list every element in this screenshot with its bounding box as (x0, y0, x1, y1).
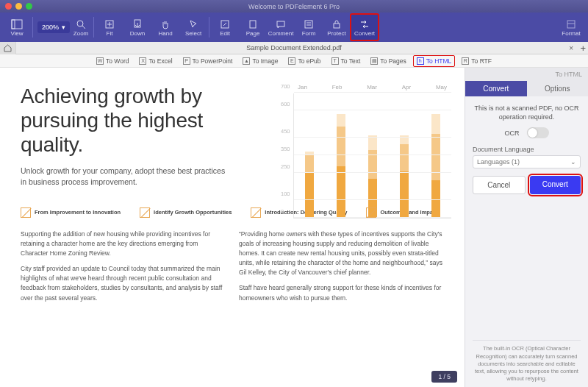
chart: JanFebMarAprMay 0100250350450600700 (293, 84, 451, 224)
convert-button[interactable]: Convert (351, 14, 379, 40)
protect-label: Protect (327, 30, 345, 37)
pane-title: To HTML (465, 68, 588, 81)
col1-p2: City staff provided an update to Council… (21, 264, 226, 303)
svg-point-2 (77, 21, 83, 26)
zoom-button[interactable]: Zoom (70, 14, 92, 40)
month-label: Mar (367, 84, 377, 90)
form-button[interactable]: Form (295, 14, 323, 40)
ocr-label: OCR (505, 129, 520, 137)
convert-subbar: WTo Word XTo Excel PTo PowerPoint ▲To Im… (0, 54, 588, 68)
feature-icon (366, 207, 376, 218)
chevron-down-icon: ⌄ (570, 158, 576, 166)
month-label: May (436, 84, 447, 90)
month-label: Feb (332, 84, 343, 90)
comment-button[interactable]: Comment (267, 14, 295, 40)
side-pane: To HTML Convert Options This is not a sc… (465, 68, 588, 387)
y-tick: 100 (281, 190, 290, 196)
maximize-window-button[interactable] (26, 3, 32, 10)
select-button[interactable]: Select (179, 14, 207, 40)
feature-item: From Improvement to Innovation (21, 207, 121, 218)
down-button[interactable]: Down (123, 14, 151, 40)
y-tick: 450 (281, 127, 290, 134)
view-button[interactable]: View (3, 14, 31, 40)
cancel-button[interactable]: Cancel (473, 176, 526, 194)
home-tab[interactable] (0, 42, 16, 54)
doc-subtitle: Unlock growth for your company, adopt th… (21, 166, 230, 188)
to-html-button[interactable]: hTo HTML (413, 55, 455, 67)
divider (93, 17, 94, 38)
tab-name[interactable]: Sample Document Extended.pdf (246, 44, 342, 52)
text-icon: T (331, 57, 339, 65)
hand-label: Hand (158, 30, 172, 37)
protect-button[interactable]: Protect (323, 14, 351, 40)
fit-button[interactable]: Fit (96, 14, 123, 40)
down-label: Down (130, 30, 145, 37)
svg-rect-10 (334, 24, 340, 28)
pages-icon: ▤ (370, 57, 378, 65)
doc-title: Achieving growth by pursuing the highest… (21, 84, 241, 157)
page-indicator: 1 / 5 (431, 371, 457, 383)
ocr-toggle[interactable] (527, 127, 549, 138)
month-label: Apr (402, 84, 411, 90)
svg-rect-8 (277, 21, 284, 26)
epub-icon: E (288, 57, 295, 65)
zoom-value[interactable]: 200%▾ (37, 21, 70, 33)
pane-footer: The built-in OCR (Optical Character Reco… (473, 340, 581, 383)
hand-button[interactable]: Hand (151, 14, 179, 40)
y-tick: 0 (281, 208, 284, 215)
zoom-label: Zoom (74, 30, 88, 37)
minimize-window-button[interactable] (15, 3, 22, 10)
view-label: View (10, 30, 23, 37)
col2-p2: Staff have heard generally strong suppor… (239, 283, 444, 302)
ppt-icon: P (183, 57, 190, 65)
svg-rect-0 (12, 20, 22, 29)
y-tick: 700 (281, 83, 290, 90)
pane-tab-options[interactable]: Options (527, 81, 589, 96)
col2-p1: “Providing home owners with these types … (239, 230, 444, 278)
to-word-button[interactable]: WTo Word (93, 55, 133, 67)
image-icon: ▲ (243, 57, 250, 65)
edit-button[interactable]: Edit (211, 14, 239, 40)
to-image-button[interactable]: ▲To Image (239, 55, 282, 67)
language-select[interactable]: Languages (1)⌄ (473, 155, 581, 168)
bar (368, 135, 377, 218)
document-canvas[interactable]: Achieving growth by pursuing the highest… (0, 68, 465, 387)
document-tabbar: Sample Document Extended.pdf × + (0, 42, 588, 54)
bar (431, 114, 440, 218)
tab-close-button[interactable]: × (569, 44, 573, 52)
to-pages-button[interactable]: ▤To Pages (367, 55, 409, 67)
svg-rect-11 (567, 21, 575, 28)
divider (209, 17, 209, 38)
feature-item: Identify Growth Opportunities (140, 207, 232, 218)
feature-icon (251, 207, 261, 218)
chevron-down-icon: ▾ (62, 24, 65, 31)
to-epub-button[interactable]: ETo ePub (284, 55, 324, 67)
to-excel-button[interactable]: XTo Excel (135, 55, 176, 67)
html-icon: h (417, 57, 424, 65)
titlebar: Welcome to PDFelement 6 Pro (0, 0, 588, 13)
feature-icon (140, 207, 150, 218)
new-tab-button[interactable]: + (580, 43, 586, 54)
pane-message: This is not a scanned PDF, no OCR operat… (473, 104, 581, 121)
pane-tab-convert[interactable]: Convert (465, 81, 527, 96)
select-label: Select (185, 30, 201, 37)
close-window-button[interactable] (5, 3, 12, 10)
to-text-button[interactable]: TTo Text (328, 55, 365, 67)
page-button[interactable]: Page (239, 14, 267, 40)
svg-rect-9 (305, 21, 312, 28)
y-tick: 250 (281, 163, 290, 170)
y-tick: 600 (281, 101, 290, 107)
excel-icon: X (139, 57, 146, 65)
word-icon: W (96, 57, 104, 65)
rtf-icon: R (462, 57, 469, 65)
convert-action-button[interactable]: Convert (530, 176, 581, 194)
to-rtf-button[interactable]: RTo RTF (458, 55, 495, 67)
doclang-label: Document Language (473, 146, 581, 153)
format-button[interactable]: Format (557, 14, 585, 40)
fit-label: Fit (107, 30, 113, 37)
convert-label: Convert (354, 30, 375, 37)
window-title: Welcome to PDFelement 6 Pro (0, 3, 588, 10)
to-powerpoint-button[interactable]: PTo PowerPoint (179, 55, 237, 67)
format-label: Format (562, 30, 580, 37)
month-label: Jan (298, 84, 307, 90)
